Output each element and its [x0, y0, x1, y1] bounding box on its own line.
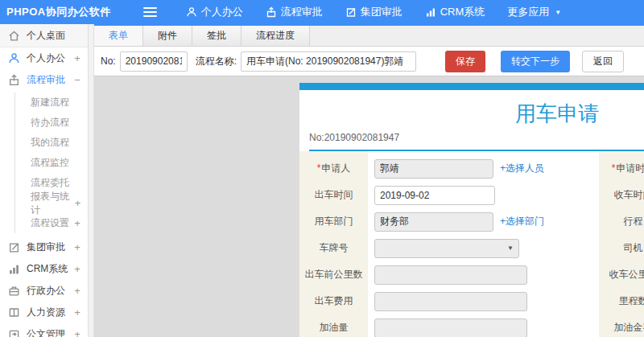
- expand-icon[interactable]: +: [73, 263, 81, 275]
- apply-time-label: 申请时间: [616, 162, 644, 174]
- plate-label: 车牌号: [320, 242, 349, 253]
- expand-icon[interactable]: +: [73, 306, 81, 319]
- workspace: 用车申请 No:20190902081947 *申请人 +选择人员 *申请时间: [94, 76, 644, 337]
- expand-icon[interactable]: +: [73, 217, 81, 229]
- vehicle-request-form: 用车申请 No:20190902081947 *申请人 +选择人员 *申请时间: [299, 83, 644, 337]
- fuel-amount-label: 加油金额: [614, 322, 644, 333]
- chart-icon: [8, 263, 20, 275]
- form-row-depart-time: 出车时间 收车时间: [299, 182, 644, 208]
- submenu-pending-process[interactable]: 待办流程: [0, 113, 88, 133]
- form-row-cost: 出车费用 里程数: [299, 288, 644, 314]
- form-row-department: 用车部门 +选择部门 行程: [299, 208, 644, 235]
- sidebar-item-personal-office[interactable]: 个人办公 +: [0, 47, 88, 69]
- form-title: 用车申请: [309, 98, 644, 129]
- back-button[interactable]: 返回: [582, 51, 624, 72]
- department-label: 用车部门: [315, 216, 353, 227]
- applicant-label: 申请人: [321, 162, 350, 174]
- nav-group-approval[interactable]: 集团审批: [334, 0, 414, 24]
- process-no-input[interactable]: [120, 51, 188, 72]
- sidebar-item-group-approval[interactable]: 集团审批 +: [0, 236, 88, 258]
- select-person-link[interactable]: +选择人员: [500, 162, 544, 175]
- expand-icon[interactable]: +: [73, 328, 81, 337]
- sidebar-item-hr[interactable]: 人力资源 +: [0, 302, 88, 323]
- itinerary-label: 行程: [624, 216, 643, 227]
- applicant-input[interactable]: [374, 159, 493, 179]
- top-navigation: 个人办公 流程审批 集团审批 CRM系统 更多应用 ▼: [175, 0, 573, 24]
- driver-label: 司机: [624, 242, 643, 253]
- nav-personal-office[interactable]: 个人办公: [175, 0, 254, 24]
- chart-icon: [425, 6, 436, 18]
- tab-sign[interactable]: 签批: [192, 26, 242, 46]
- cost-input[interactable]: [374, 292, 527, 311]
- form-no: No:20190902081947: [309, 132, 644, 146]
- select-department-link[interactable]: +选择部门: [500, 215, 544, 228]
- forward-next-step-button[interactable]: 转交下一步: [501, 51, 570, 72]
- process-icon: [8, 74, 20, 86]
- tab-attachments[interactable]: 附件: [143, 26, 192, 46]
- sidebar-item-crm[interactable]: CRM系统 +: [0, 258, 88, 280]
- depart-time-label: 出车时间: [315, 189, 353, 200]
- process-icon: [266, 6, 277, 18]
- nav-more-apps[interactable]: 更多应用 ▼: [496, 0, 572, 24]
- home-icon: [8, 30, 20, 42]
- edit-icon: [345, 6, 357, 18]
- form-row-applicant: *申请人 +选择人员 *申请时间: [299, 155, 644, 182]
- sidebar-item-process-approval[interactable]: 流程审批 −: [0, 69, 88, 91]
- tab-progress[interactable]: 流程进度: [242, 26, 310, 46]
- select-caret-icon: ▼: [507, 245, 514, 252]
- person-icon: [186, 6, 197, 18]
- submenu-process-monitor[interactable]: 流程监控: [0, 153, 88, 173]
- department-input[interactable]: [374, 212, 493, 232]
- fuel-input[interactable]: [374, 319, 527, 337]
- expand-icon[interactable]: +: [73, 52, 81, 64]
- tab-form[interactable]: 表单: [94, 26, 143, 46]
- book-icon: [8, 306, 20, 319]
- plate-select[interactable]: ▼: [374, 239, 519, 258]
- expand-icon[interactable]: +: [73, 285, 81, 297]
- menu-toggle-icon[interactable]: [143, 7, 157, 17]
- topbar: PHPOA协同办公软件 个人办公 流程审批 集团审批: [0, 0, 644, 24]
- form-row-plate: 车牌号 ▼ 司机: [299, 235, 644, 261]
- no-label: No:: [101, 55, 116, 67]
- start-km-input[interactable]: [374, 265, 527, 285]
- process-submenu: 新建流程 待办流程 我的流程 流程监控 流程委托 报表与统计 + 流程设置 +: [0, 91, 88, 236]
- end-km-label: 收车公里数: [609, 269, 644, 280]
- sidebar: 个人桌面 个人办公 + 流程审批 − 新建流程 待办流程 我的流程: [0, 24, 89, 337]
- submenu-my-process[interactable]: 我的流程: [0, 133, 88, 153]
- form-header-strip: [299, 83, 644, 90]
- sidebar-item-desktop[interactable]: 个人桌面: [0, 24, 88, 47]
- edit-icon: [8, 241, 20, 253]
- submenu-reports-stats[interactable]: 报表与统计 +: [0, 193, 88, 213]
- form-row-start-km: 出车前公里数 收车公里数: [299, 261, 644, 288]
- cost-label: 出车费用: [315, 295, 353, 306]
- content-area: 表单 附件 签批 流程进度 No: 流程名称: 保存 转交下一步 返回 用车申请…: [94, 24, 644, 337]
- toolbar: No: 流程名称: 保存 转交下一步 返回: [94, 47, 644, 76]
- expand-icon[interactable]: +: [74, 197, 81, 209]
- app-logo: PHPOA协同办公软件: [0, 5, 111, 19]
- sidebar-scrollbar[interactable]: [89, 24, 94, 337]
- person-icon: [8, 52, 20, 64]
- depart-time-input[interactable]: [374, 186, 495, 205]
- sidebar-item-documents[interactable]: 公文管理 +: [0, 323, 88, 337]
- submenu-process-settings[interactable]: 流程设置 +: [0, 213, 88, 233]
- document-icon: [8, 328, 20, 337]
- fuel-label: 加油量: [320, 322, 349, 333]
- form-row-fuel: 加油量 加油金额: [299, 314, 644, 337]
- process-name-label: 流程名称:: [196, 55, 237, 68]
- briefcase-icon: [8, 285, 20, 297]
- expand-icon[interactable]: +: [73, 241, 81, 253]
- collapse-icon[interactable]: −: [73, 74, 81, 86]
- nav-process-approval[interactable]: 流程审批: [254, 0, 334, 24]
- save-button[interactable]: 保存: [445, 51, 485, 72]
- sidebar-item-admin-office[interactable]: 行政办公 +: [0, 280, 88, 302]
- mileage-label: 里程数: [619, 295, 644, 306]
- return-time-label: 收车时间: [614, 189, 644, 200]
- submenu-new-process[interactable]: 新建流程: [0, 92, 88, 113]
- tab-bar: 表单 附件 签批 流程进度: [94, 26, 644, 47]
- process-name-input[interactable]: [241, 51, 416, 72]
- caret-down-icon: ▼: [555, 9, 561, 16]
- nav-crm-system[interactable]: CRM系统: [414, 0, 497, 24]
- start-km-label: 出车前公里数: [305, 269, 363, 280]
